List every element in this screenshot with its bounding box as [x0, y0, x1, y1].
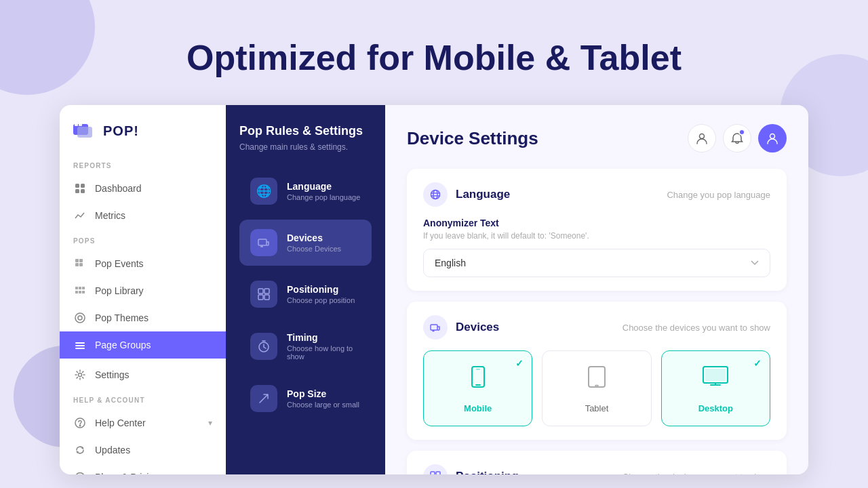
pop-themes-label: Pop Themes — [95, 312, 149, 323]
mobile-device-label: Mobile — [464, 403, 492, 413]
svg-rect-20 — [75, 342, 85, 344]
svg-rect-47 — [431, 472, 435, 474]
page-groups-label: Page Groups — [95, 340, 151, 350]
svg-rect-41 — [476, 369, 480, 370]
timing-menu-sublabel: Choose how long to show — [287, 344, 361, 361]
sidebar-item-updates[interactable]: Updates — [60, 436, 226, 464]
svg-rect-40 — [475, 384, 481, 386]
menu-item-positioning[interactable]: Positioning Choose pop position — [239, 271, 372, 317]
notifications-button[interactable] — [723, 124, 751, 152]
svg-rect-14 — [82, 287, 85, 289]
language-select[interactable]: English Spanish French German — [423, 249, 770, 277]
help-center-chevron: ▾ — [208, 418, 212, 428]
tablet-device-label: Tablet — [585, 403, 609, 413]
sidebar-item-help-center[interactable]: Help Center ▾ — [60, 409, 226, 436]
pop-themes-icon — [73, 311, 87, 325]
user-avatar-button[interactable] — [758, 124, 787, 152]
pop-size-menu-label: Pop Size — [287, 388, 359, 399]
svg-rect-3 — [79, 123, 82, 126]
desktop-device-label: Desktop — [698, 403, 733, 413]
svg-rect-22 — [75, 348, 85, 349]
svg-rect-9 — [79, 259, 83, 262]
bg-decoration-1 — [0, 0, 95, 95]
svg-rect-5 — [81, 184, 85, 188]
svg-rect-29 — [258, 289, 263, 293]
device-card-tablet[interactable]: Tablet — [542, 350, 651, 426]
metrics-label: Metrics — [95, 210, 125, 221]
sidebar-item-pop-library[interactable]: Pop Library — [60, 277, 226, 304]
pop-events-label: Pop Events — [95, 258, 144, 269]
svg-rect-2 — [75, 123, 78, 126]
sidebar-item-page-groups[interactable]: Page Groups — [60, 331, 226, 359]
settings-icon — [73, 368, 87, 382]
notification-dot — [738, 129, 745, 136]
svg-point-26 — [76, 473, 85, 475]
menu-item-language[interactable]: 🌐 Language Change pop language — [239, 168, 372, 214]
logo-icon — [73, 121, 98, 140]
pop-size-menu-sublabel: Choose large or small — [287, 401, 359, 409]
devices-card-title: Devices — [456, 321, 499, 334]
page-groups-icon — [73, 338, 87, 352]
svg-point-36 — [431, 190, 440, 199]
plans-pricing-label: Plans & Pricing — [95, 472, 159, 474]
svg-rect-30 — [264, 289, 269, 293]
pop-library-label: Pop Library — [95, 285, 144, 296]
svg-point-23 — [79, 373, 82, 377]
sidebar-item-dashboard[interactable]: Dashboard — [60, 175, 226, 202]
devices-card-header: Devices Choose the devices you want to s… — [423, 315, 770, 340]
svg-rect-15 — [75, 291, 78, 293]
sidebar-logo: POP! — [60, 121, 226, 157]
sidebar-item-metrics[interactable]: Metrics — [60, 202, 226, 229]
pops-section-label: POPS — [60, 237, 226, 250]
anonymizer-label: Anonymizer Text — [423, 218, 770, 228]
sidebar-item-pop-events[interactable]: Pop Events — [60, 250, 226, 277]
positioning-card-desc: Choose the devices you want to show — [623, 472, 770, 475]
svg-rect-4 — [75, 184, 79, 188]
language-card-title: Language — [456, 188, 510, 201]
language-menu-label: Language — [287, 181, 360, 192]
positioning-menu-label: Positioning — [287, 284, 355, 295]
svg-point-37 — [433, 190, 437, 199]
language-card-desc: Change you pop language — [667, 190, 770, 200]
positioning-card-icon — [423, 464, 448, 474]
pop-events-icon — [73, 257, 87, 270]
desktop-checkmark: ✓ — [753, 358, 762, 369]
devices-menu-label: Devices — [287, 232, 341, 243]
help-center-icon — [73, 416, 87, 430]
devices-card-desc: Choose the devices you want to show — [623, 323, 770, 333]
svg-rect-10 — [75, 263, 79, 266]
menu-item-timing[interactable]: Timing Choose how long to show — [239, 323, 372, 370]
middle-panel: Pop Rules & Settings Change main rules &… — [226, 105, 385, 474]
positioning-card-header: Positioning Choose the devices you want … — [423, 464, 770, 474]
device-card-desktop[interactable]: ✓ Desktop — [661, 350, 770, 426]
settings-label: Settings — [95, 369, 130, 380]
help-section-label: HELP & ACCOUNT — [60, 396, 226, 409]
reports-section-label: REPORTS — [60, 162, 226, 175]
svg-rect-6 — [75, 189, 79, 193]
svg-rect-12 — [75, 287, 78, 289]
svg-rect-11 — [79, 263, 83, 266]
sidebar-item-plans-pricing[interactable]: Plans & Pricing — [60, 464, 226, 474]
sidebar: POP! REPORTS Dashboard Metrics — [60, 105, 226, 474]
dashboard-icon — [73, 182, 87, 195]
sidebar-item-settings[interactable]: Settings — [60, 361, 226, 388]
header-icons-group — [688, 124, 787, 152]
device-card-mobile[interactable]: ✓ Mobile — [423, 350, 532, 426]
dashboard-label: Dashboard — [95, 183, 142, 194]
logo-text: POP! — [103, 123, 139, 139]
menu-item-devices[interactable]: Devices Choose Devices — [239, 220, 372, 266]
pop-size-menu-icon — [250, 385, 277, 412]
svg-rect-8 — [75, 259, 79, 262]
svg-rect-16 — [79, 291, 81, 293]
anonymizer-hint: If you leave blank, it will default to: … — [423, 231, 770, 241]
menu-item-pop-size[interactable]: Pop Size Choose large or small — [239, 375, 372, 422]
updates-label: Updates — [95, 445, 130, 455]
svg-rect-21 — [75, 345, 85, 346]
language-menu-sublabel: Change pop language — [287, 193, 360, 201]
user-profile-button[interactable] — [688, 124, 716, 152]
svg-rect-7 — [81, 189, 85, 193]
right-panel-title: Device Settings — [407, 128, 538, 149]
sidebar-item-pop-themes[interactable]: Pop Themes — [60, 304, 226, 331]
svg-rect-1 — [77, 127, 92, 138]
svg-rect-32 — [264, 295, 269, 300]
